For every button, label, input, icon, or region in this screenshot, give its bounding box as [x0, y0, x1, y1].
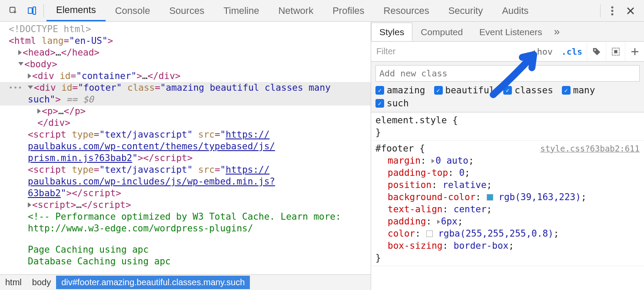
- dom-comment[interactable]: Page Caching using apc: [9, 244, 371, 256]
- styles-subtabs: Styles Computed Event Listeners »: [371, 22, 644, 42]
- checkbox-icon: ✓: [503, 86, 512, 95]
- disclosure-triangle-icon[interactable]: [28, 202, 31, 208]
- crumb-selected[interactable]: div#footer.amazing.beautiful.classes.man…: [56, 276, 250, 289]
- expand-triangle-icon[interactable]: [437, 220, 440, 224]
- rule-element-style[interactable]: element.style { }: [371, 112, 644, 141]
- dom-head[interactable]: <head>…</head>: [9, 47, 371, 59]
- class-panel: ✓amazing ✓beautiful ✓classes ✓many ✓such: [371, 62, 644, 112]
- subtab-event-listeners[interactable]: Event Listeners: [471, 23, 551, 41]
- class-checkbox[interactable]: ✓beautiful: [434, 85, 495, 96]
- device-mode-icon[interactable]: [23, 2, 41, 20]
- add-rule-icon[interactable]: [625, 42, 644, 61]
- disclosure-triangle-icon[interactable]: [28, 73, 31, 79]
- class-checkbox[interactable]: ✓such: [375, 98, 409, 109]
- dom-doctype[interactable]: <!DOCTYPE html>: [9, 23, 371, 35]
- svg-point-6: [594, 49, 596, 51]
- tab-resources[interactable]: Resources: [374, 0, 439, 21]
- class-checkbox[interactable]: ✓classes: [503, 85, 553, 96]
- tab-sources[interactable]: Sources: [159, 0, 214, 21]
- checkbox-icon: ✓: [562, 86, 571, 95]
- dom-script2[interactable]: <script type="text/javascript" src="http…: [9, 164, 371, 199]
- filter-input[interactable]: Filter: [371, 46, 528, 56]
- separator: [600, 4, 601, 17]
- tab-timeline[interactable]: Timeline: [214, 0, 269, 21]
- svg-point-4: [611, 10, 614, 12]
- disclosure-triangle-icon[interactable]: [18, 62, 23, 66]
- add-class-input[interactable]: [375, 65, 640, 82]
- dom-comment[interactable]: http://www.w3-edge.com/wordpress-plugins…: [9, 223, 371, 234]
- devtools-toolbar: Elements Console Sources Timeline Networ…: [0, 0, 644, 22]
- inspect-icon[interactable]: [4, 2, 23, 20]
- dom-body-open[interactable]: <body>: [9, 59, 371, 70]
- box-model-icon[interactable]: [606, 42, 625, 61]
- dom-comment[interactable]: Database Caching using apc: [9, 256, 371, 267]
- separator: [43, 4, 44, 17]
- tab-security[interactable]: Security: [439, 0, 492, 21]
- checkbox-icon: ✓: [375, 86, 384, 95]
- color-swatch-icon[interactable]: [487, 194, 493, 201]
- checkbox-icon: ✓: [375, 99, 384, 108]
- styles-rules: element.style { } style.css?63bab2:611 #…: [371, 112, 644, 290]
- ellipsis-icon: •••: [9, 82, 17, 105]
- styles-filter-row: Filter :hov .cls: [371, 42, 644, 62]
- breadcrumb: html body div#footer.amazing.beautiful.c…: [0, 274, 371, 290]
- dom-html-open[interactable]: <html lang="en-US">: [9, 35, 371, 47]
- disclosure-triangle-icon[interactable]: [37, 109, 41, 114]
- tab-audits[interactable]: Audits: [492, 0, 538, 21]
- dom-p[interactable]: <p>…</p>: [9, 105, 371, 117]
- color-swatch-icon[interactable]: [426, 231, 433, 237]
- subtab-computed[interactable]: Computed: [412, 23, 471, 41]
- price-tag-icon[interactable]: [587, 42, 606, 61]
- crumb-html[interactable]: html: [0, 276, 27, 289]
- panel-tabs: Elements Console Sources Timeline Networ…: [46, 0, 538, 21]
- dom-script3[interactable]: <script>…</script>: [9, 199, 371, 211]
- tab-profiles[interactable]: Profiles: [323, 0, 374, 21]
- svg-point-5: [611, 13, 614, 15]
- svg-point-3: [611, 6, 614, 8]
- dom-footer-close[interactable]: </div>: [9, 117, 371, 129]
- class-checkbox[interactable]: ✓amazing: [375, 85, 425, 96]
- subtab-styles[interactable]: Styles: [371, 23, 412, 41]
- cls-toggle[interactable]: .cls: [557, 42, 587, 61]
- overflow-icon[interactable]: »: [551, 26, 563, 38]
- crumb-body[interactable]: body: [27, 276, 56, 289]
- checkbox-icon: ✓: [434, 86, 443, 95]
- tab-elements[interactable]: Elements: [46, 0, 106, 21]
- tab-console[interactable]: Console: [106, 0, 160, 21]
- dom-selected-node[interactable]: ••• <div id="footer" class="amazing beau…: [0, 82, 371, 105]
- dom-container[interactable]: <div id="container">…</div>: [9, 70, 371, 82]
- dom-script1[interactable]: <script type="text/javascript" src="http…: [9, 129, 371, 164]
- rule-source-link[interactable]: style.css?63bab2:611: [540, 142, 640, 155]
- close-icon[interactable]: [621, 2, 640, 20]
- class-checkbox[interactable]: ✓many: [562, 85, 595, 96]
- svg-rect-1: [28, 8, 32, 13]
- disclosure-triangle-icon[interactable]: [28, 86, 33, 89]
- svg-rect-8: [614, 50, 617, 53]
- svg-rect-2: [33, 7, 36, 14]
- kebab-menu-icon[interactable]: [603, 2, 621, 20]
- dom-comment[interactable]: <!-- Performance optimized by W3 Total C…: [9, 211, 371, 223]
- rule-footer[interactable]: style.css?63bab2:611 #footer { margin: 0…: [371, 141, 644, 266]
- dom-tree[interactable]: <!DOCTYPE html> <html lang="en-US"> <hea…: [0, 22, 371, 274]
- hov-toggle[interactable]: :hov: [528, 42, 557, 61]
- disclosure-triangle-icon[interactable]: [18, 50, 22, 55]
- tab-network[interactable]: Network: [269, 0, 323, 21]
- expand-triangle-icon[interactable]: [432, 159, 435, 163]
